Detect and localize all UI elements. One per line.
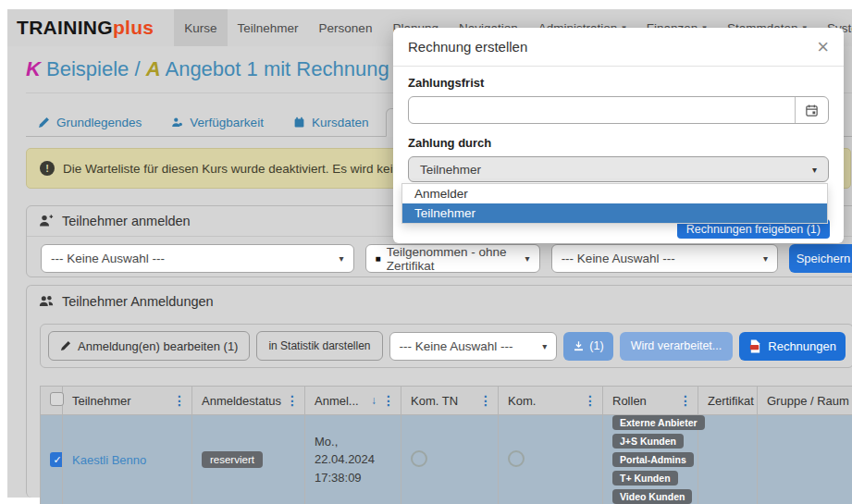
roles-cell: Externe Anbieter J+S Kunden Portal-Admin… xyxy=(603,415,698,504)
kom-tn-cell xyxy=(401,415,499,504)
payer-select[interactable]: Teilnehmer ▾ xyxy=(408,156,829,182)
close-icon[interactable]: × xyxy=(817,37,829,57)
nav-item-label: Kurse xyxy=(184,21,216,35)
participant-link[interactable]: Kaestli Benno xyxy=(72,453,146,467)
download-button[interactable]: (1) xyxy=(563,332,612,361)
select-value: --- Keine Auswahl --- xyxy=(400,339,513,353)
create-invoice-modal: Rechnung erstellen × Zahlungsfrist Zahlu… xyxy=(393,28,844,243)
column-menu-icon[interactable]: ⋮ xyxy=(286,394,299,407)
column-header-teilnehmer: Teilnehmer⋮ xyxy=(63,387,192,415)
registration-status-select[interactable]: ■Teilgenommen - ohne Zertifikat ▾ xyxy=(365,244,540,273)
chevron-down-icon: ▾ xyxy=(340,253,344,264)
due-date-label: Zahlungsfrist xyxy=(408,76,829,91)
download-icon xyxy=(573,340,585,352)
person-plus-icon xyxy=(39,214,54,228)
due-date-input[interactable] xyxy=(409,97,795,123)
select-value: Teilnehmer xyxy=(420,163,481,177)
column-header-rollen: Rollen⋮ xyxy=(603,387,698,415)
column-menu-icon[interactable]: ⋮ xyxy=(479,394,492,407)
tab-grundlegendes[interactable]: Grundlegendes xyxy=(26,108,154,136)
dropdown-option-teilnehmer[interactable]: Teilnehmer xyxy=(402,203,827,223)
calendar-icon xyxy=(805,104,819,117)
kom-cell xyxy=(499,415,603,504)
registrations-panel: Teilnehmer Anmeldungen Anmeldung(en) bea… xyxy=(26,285,852,498)
column-header-anmeldedatum: Anmel...↓⋮ xyxy=(305,387,401,415)
registrations-table: Teilnehmer⋮ Anmeldestatus⋮ Anmel...↓⋮ Ko… xyxy=(40,386,852,504)
payer-dropdown-list: Anmelder Teilnehmer xyxy=(401,183,828,224)
certificate-cell xyxy=(698,415,758,504)
breadcrumb-offer-type-badge: A xyxy=(146,57,161,80)
logo-text: TRAINING xyxy=(17,17,113,39)
group-room-cell xyxy=(758,415,852,504)
column-label: Kom. TN xyxy=(411,394,458,408)
breadcrumb: K Beispiele / A Angebot 1 mit Rechnung / xyxy=(26,57,401,81)
edit-registrations-button[interactable]: Anmeldung(en) bearbeiten (1) xyxy=(48,331,250,361)
processing-button[interactable]: Wird verarbeitet... xyxy=(620,332,734,361)
registration-time: 17:38:09 xyxy=(315,469,401,487)
enroll-panel-title: Teilnehmer anmelden xyxy=(62,214,191,228)
invoices-pdf-button[interactable]: Rechnungen xyxy=(739,332,846,361)
button-label: Rechnungen xyxy=(768,339,836,353)
save-button[interactable]: Speichern xyxy=(789,244,852,273)
due-date-input-group xyxy=(408,96,829,124)
chevron-down-icon: ▾ xyxy=(525,253,530,264)
nav-item-teilnehmer[interactable]: Teilnehmer xyxy=(228,9,309,46)
role-badge: Externe Anbieter xyxy=(612,415,705,430)
column-menu-icon[interactable]: ⋮ xyxy=(584,394,597,407)
participant-select[interactable]: --- Keine Auswahl --- ▾ xyxy=(41,244,354,273)
breadcrumb-separator: / xyxy=(134,57,140,80)
bulk-action-select[interactable]: --- Keine Auswahl --- ▾ xyxy=(389,332,558,361)
calendar-icon xyxy=(293,117,305,129)
show-in-statistics-button[interactable]: in Statistik darstellen xyxy=(256,331,382,361)
nav-item-kurse[interactable]: Kurse xyxy=(174,9,227,46)
pending-circle-icon xyxy=(411,450,427,467)
chevron-down-icon: ▾ xyxy=(542,341,547,351)
row-select-cell: ✓ xyxy=(41,415,63,504)
select-value: --- Keine Auswahl --- xyxy=(562,252,675,265)
column-label: Kom. xyxy=(508,394,536,408)
nav-item-label: Personen xyxy=(319,21,373,35)
tab-verfuegbarkeit[interactable]: Verfügbarkeit xyxy=(159,108,276,136)
column-label: Rollen xyxy=(612,394,647,408)
calendar-picker-button[interactable] xyxy=(795,97,828,123)
breadcrumb-course-type-badge: K xyxy=(26,57,41,80)
column-label: Anmel... xyxy=(315,394,359,408)
nav-item-label: Teilnehmer xyxy=(238,21,299,35)
pencil-icon xyxy=(38,117,50,129)
tab-label: Grundlegendes xyxy=(56,116,142,129)
column-label: Anmeldestatus xyxy=(202,394,281,408)
role-badge: T+ Kunden xyxy=(612,471,678,486)
nav-item-personen[interactable]: Personen xyxy=(309,9,383,46)
select-all-checkbox[interactable] xyxy=(50,392,64,406)
logo-accent-text: plus xyxy=(113,17,154,39)
chevron-down-icon: ▾ xyxy=(812,165,817,175)
column-label: Teilnehmer xyxy=(72,394,131,408)
registrations-panel-header: Teilnehmer Anmeldungen xyxy=(27,286,852,316)
column-header-anmeldestatus: Anmeldestatus⋮ xyxy=(192,387,305,415)
group-select[interactable]: --- Keine Auswahl --- ▾ xyxy=(551,244,778,273)
dropdown-option-anmelder[interactable]: Anmelder xyxy=(402,184,827,203)
column-header-zertifikat: Zertifikat xyxy=(698,387,758,415)
modal-title: Rechnung erstellen xyxy=(408,39,527,55)
registrations-panel-title: Teilnehmer Anmeldungen xyxy=(62,294,214,309)
button-label: Anmeldung(en) bearbeiten (1) xyxy=(78,339,238,353)
breadcrumb-offer-link[interactable]: Angebot 1 mit Rechnung xyxy=(165,57,389,80)
role-badge: Portal-Admins xyxy=(612,452,694,467)
pdf-file-icon xyxy=(748,339,761,353)
column-menu-icon[interactable]: ⋮ xyxy=(679,394,692,407)
column-menu-icon[interactable]: ⋮ xyxy=(173,394,186,407)
role-badge: Video Kunden xyxy=(612,489,692,504)
column-label: Zertifikat xyxy=(708,394,754,408)
column-menu-icon[interactable]: ⋮ xyxy=(382,394,395,407)
app-logo[interactable]: TRAININGplus xyxy=(7,9,174,46)
breadcrumb-course-link[interactable]: Beispiele xyxy=(46,57,129,80)
check-icon: ✓ xyxy=(53,454,61,466)
role-badge: J+S Kunden xyxy=(612,434,684,449)
sort-desc-icon[interactable]: ↓ xyxy=(371,394,377,407)
tab-kursdaten[interactable]: Kursdaten xyxy=(281,108,381,136)
participant-cell: Kaestli Benno xyxy=(63,415,192,504)
modal-body: Zahlungsfrist Zahlung durch Teilnehmer ▾ xyxy=(393,67,844,182)
tab-label: Verfügbarkeit xyxy=(190,116,264,129)
exclamation-circle-icon: ! xyxy=(40,161,55,176)
app-window: TRAININGplus Kurse Teilnehmer Personen P… xyxy=(0,0,852,504)
